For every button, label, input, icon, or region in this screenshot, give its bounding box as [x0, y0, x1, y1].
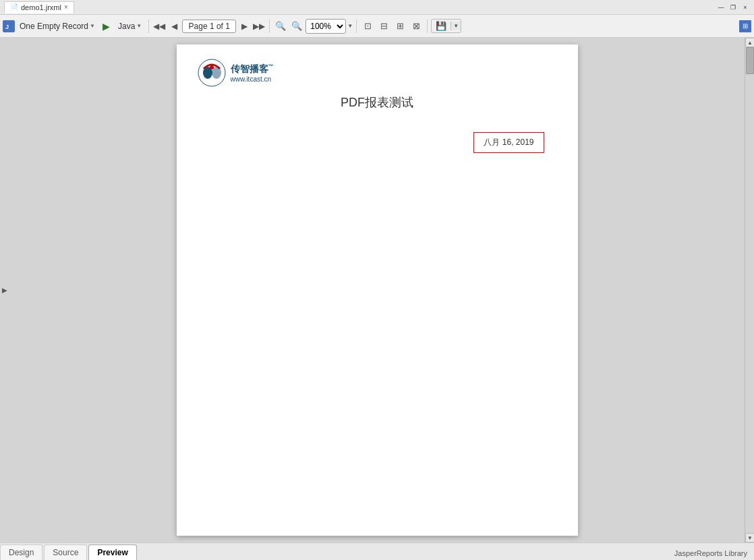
scroll-up-arrow[interactable]: ▲	[745, 38, 754, 47]
tab-design[interactable]: Design	[0, 545, 42, 560]
collapse-panel-button[interactable]: ⊞	[739, 20, 751, 32]
logo-area: 传智播客™ www.itcast.cn	[197, 58, 558, 88]
actual-size-icon: ⊞	[397, 21, 404, 31]
status-bar-text: JasperReports Library	[668, 547, 754, 560]
actual-size-button[interactable]: ⊞	[393, 19, 407, 34]
tab-source[interactable]: Source	[44, 545, 87, 560]
next-page-button[interactable]: ▶	[237, 20, 251, 33]
view-button[interactable]: ⊠	[409, 19, 424, 34]
zoom-out-button[interactable]: 🔍	[289, 19, 304, 34]
separator-1	[148, 20, 149, 33]
fit-page-icon: ⊡	[364, 21, 372, 31]
scroll-thumb[interactable]	[746, 47, 754, 74]
main-content: ▶ 传智播客	[0, 38, 754, 542]
zoom-select[interactable]: 50% 75% 100% 150% 200%	[306, 19, 346, 34]
close-window-button[interactable]: ×	[741, 3, 750, 12]
left-panel-toggle[interactable]: ▶	[0, 38, 9, 542]
file-icon: 📄	[10, 3, 18, 11]
scroll-down-arrow[interactable]: ▼	[745, 533, 754, 542]
bottom-tabs: Design Source Preview JasperReports Libr…	[0, 542, 754, 560]
report-name-dropdown-arrow: ▼	[90, 23, 95, 29]
right-scrollbar[interactable]: ▲ ▼	[745, 38, 754, 542]
zoom-out-icon: 🔍	[291, 21, 302, 31]
title-bar: 📄 demo1.jrxml × — ❐ ×	[0, 0, 754, 15]
fit-width-button[interactable]: ⊟	[376, 19, 391, 34]
save-button[interactable]: 💾	[432, 20, 451, 32]
first-page-button[interactable]: ◀◀	[152, 20, 166, 33]
separator-2	[269, 20, 270, 33]
fit-width-icon: ⊟	[380, 21, 388, 31]
tab-preview[interactable]: Preview	[88, 545, 136, 560]
language-button[interactable]: Java ▼	[115, 20, 145, 33]
prev-page-button[interactable]: ◀	[167, 20, 181, 33]
tab-close-button[interactable]: ×	[64, 3, 68, 11]
title-tab[interactable]: 📄 demo1.jrxml ×	[4, 1, 74, 13]
language-dropdown-arrow: ▼	[136, 23, 142, 29]
separator-3	[356, 20, 357, 33]
save-button-group[interactable]: 💾 ▼	[431, 19, 461, 33]
document-page: 传智播客™ www.itcast.cn PDF报表测试 八月 16, 2019	[177, 44, 578, 536]
window-controls: — ❐ ×	[716, 3, 750, 12]
restore-button[interactable]: ❐	[728, 3, 738, 12]
report-name-label: One Empty Record	[20, 22, 88, 31]
date-box: 八月 16, 2019	[473, 132, 544, 153]
preview-area[interactable]: 传智播客™ www.itcast.cn PDF报表测试 八月 16, 2019	[9, 38, 745, 542]
svg-text:J: J	[5, 24, 9, 30]
svg-point-5	[210, 65, 214, 69]
company-logo	[197, 58, 227, 88]
report-title: PDF报表测试	[197, 94, 558, 111]
scroll-track[interactable]	[745, 47, 754, 533]
separator-4	[427, 20, 428, 33]
collapse-icon: ⊞	[743, 22, 748, 30]
page-info-box: Page 1 of 1	[182, 20, 236, 33]
date-text: 八月 16, 2019	[484, 137, 533, 147]
logo-text-area: 传智播客™ www.itcast.cn	[231, 63, 274, 83]
zoom-dropdown-icon: ▼	[347, 23, 353, 29]
save-dropdown-button[interactable]: ▼	[451, 22, 461, 30]
toolbar: J One Empty Record ▼ ▶ Java ▼ ◀◀ ◀ Page …	[0, 15, 754, 38]
tab-filename: demo1.jrxml	[21, 3, 61, 11]
last-page-button[interactable]: ▶▶	[252, 20, 266, 33]
zoom-in-button[interactable]: 🔍	[273, 19, 288, 34]
logo-title: 传智播客™	[231, 63, 274, 75]
run-button[interactable]: ▶	[100, 20, 113, 33]
minimize-button[interactable]: —	[716, 3, 726, 12]
language-label: Java	[118, 22, 135, 31]
page-info-text: Page 1 of 1	[189, 22, 230, 31]
zoom-in-icon: 🔍	[275, 21, 286, 31]
logo-url: www.itcast.cn	[231, 75, 274, 83]
fit-page-button[interactable]: ⊡	[360, 19, 375, 34]
report-name-button[interactable]: One Empty Record ▼	[16, 20, 98, 33]
view-icon: ⊠	[413, 21, 420, 31]
app-icon: J	[3, 20, 15, 32]
toggle-arrow-icon: ▶	[2, 286, 7, 294]
